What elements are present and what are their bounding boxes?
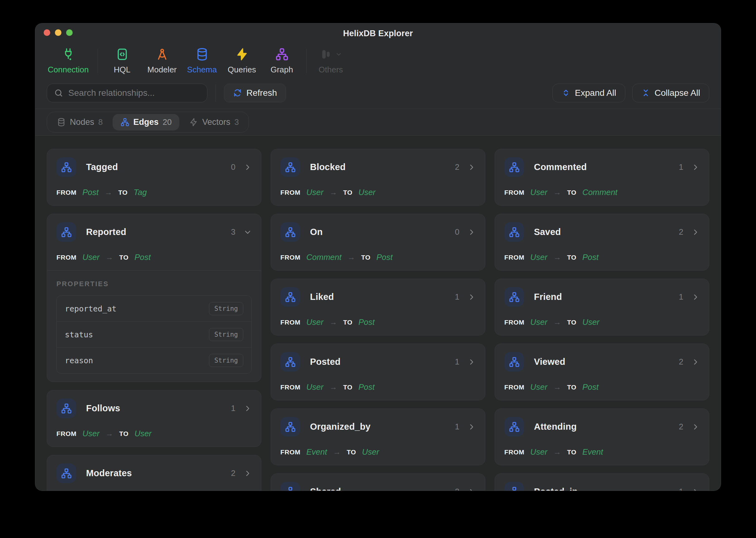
edge-card-header: Liked 1 bbox=[280, 287, 476, 307]
expand-all-button[interactable]: Expand All bbox=[552, 83, 625, 102]
arrow-icon: → bbox=[348, 253, 355, 262]
edge-card-header: Saved 2 bbox=[504, 222, 699, 242]
edge-from-to-row: FROM User → TO Post bbox=[504, 242, 699, 262]
edge-card[interactable]: Follows 1 FROM User → TO User bbox=[47, 390, 261, 447]
edge-count: 3 bbox=[231, 227, 235, 237]
chevron-right-icon bbox=[467, 163, 476, 171]
nav-item-others[interactable]: Others bbox=[311, 47, 351, 75]
edge-name: Posted bbox=[310, 357, 341, 367]
to-node-type: Post bbox=[582, 382, 598, 392]
edge-card[interactable]: On 0 FROM Comment → TO Post bbox=[271, 214, 485, 271]
edge-card[interactable]: Moderates 2 FROM User → TO Group bbox=[47, 455, 261, 491]
refresh-button[interactable]: Refresh bbox=[224, 83, 286, 102]
chevron-right-icon bbox=[244, 469, 252, 477]
edge-type-icon bbox=[280, 352, 300, 372]
to-label: TO bbox=[119, 430, 128, 438]
edge-name: Moderates bbox=[86, 468, 132, 478]
nav-item-queries[interactable]: Queries bbox=[222, 47, 262, 75]
nav-item-hql[interactable]: HQL bbox=[102, 47, 142, 75]
edge-card[interactable]: Friend 1 FROM User → TO User bbox=[495, 279, 709, 336]
to-node-type: Post bbox=[358, 317, 375, 327]
collapse-all-button[interactable]: Collapse All bbox=[632, 83, 709, 102]
edge-type-icon bbox=[57, 399, 76, 418]
edge-card-header: Attending 2 bbox=[504, 417, 699, 437]
property-name: status bbox=[65, 330, 93, 339]
from-label: FROM bbox=[57, 189, 76, 196]
network-icon bbox=[120, 118, 129, 127]
to-node-type: User bbox=[358, 188, 375, 197]
chevrons-up-down-icon bbox=[561, 88, 570, 97]
search-box[interactable] bbox=[47, 83, 208, 102]
edge-card-header: Shared 2 bbox=[280, 482, 476, 491]
edge-from-to-row: FROM User → TO Post bbox=[280, 307, 476, 327]
edge-name: Organized_by bbox=[310, 422, 370, 432]
edge-card-header: Friend 1 bbox=[504, 287, 699, 307]
zap-icon bbox=[235, 47, 249, 61]
edge-count: 2 bbox=[231, 468, 235, 478]
nav-item-modeler[interactable]: Modeler bbox=[142, 47, 182, 75]
edge-card[interactable]: Commented 1 FROM User → TO Comment bbox=[495, 149, 709, 206]
edge-count: 2 bbox=[679, 227, 683, 237]
tab-label: Vectors bbox=[202, 117, 230, 127]
from-node-type: User bbox=[530, 317, 547, 327]
arrow-icon: → bbox=[329, 188, 337, 197]
properties-section: PROPERTIES reported_at String status Str… bbox=[57, 262, 252, 374]
edge-name: Follows bbox=[86, 403, 120, 413]
edge-card[interactable]: Tagged 0 FROM Post → TO Tag bbox=[47, 149, 261, 206]
edge-card-header: Reported 3 bbox=[57, 222, 252, 242]
network-icon bbox=[275, 47, 289, 61]
from-node-type: User bbox=[82, 429, 100, 439]
from-node-type: User bbox=[306, 317, 323, 327]
edge-from-to-row: FROM User → TO User bbox=[280, 177, 476, 197]
edge-type-icon bbox=[280, 417, 300, 437]
edge-name: Attending bbox=[534, 422, 577, 432]
from-node-type: User bbox=[306, 382, 323, 392]
arrow-icon: → bbox=[553, 253, 561, 262]
edge-card-header: Tagged 0 bbox=[57, 157, 252, 177]
property-row: reported_at String bbox=[57, 296, 251, 321]
arrow-icon: → bbox=[105, 429, 113, 438]
nav-item-schema[interactable]: Schema bbox=[182, 47, 222, 75]
edge-card[interactable]: Viewed 2 FROM User → TO Post bbox=[495, 344, 709, 401]
edge-name: On bbox=[310, 227, 323, 237]
arrow-icon: → bbox=[105, 188, 112, 197]
from-label: FROM bbox=[57, 430, 76, 438]
from-node-type: User bbox=[530, 447, 547, 457]
nav-item-connection[interactable]: Connection bbox=[43, 47, 93, 75]
edge-from-to-row: FROM User → TO Post bbox=[504, 372, 699, 392]
arrow-icon: → bbox=[553, 383, 561, 392]
tab-nodes[interactable]: Nodes 8 bbox=[49, 114, 111, 131]
chevron-down-icon bbox=[335, 51, 343, 58]
chevron-right-icon bbox=[691, 423, 699, 431]
edge-card[interactable]: Posted_in 1 bbox=[495, 473, 709, 491]
arrow-icon: → bbox=[553, 188, 561, 197]
search-input[interactable] bbox=[68, 88, 200, 98]
edge-card[interactable]: Saved 2 FROM User → TO Post bbox=[495, 214, 709, 271]
edge-card[interactable]: Posted 1 FROM User → TO Post bbox=[271, 344, 485, 401]
edge-type-icon bbox=[504, 157, 524, 177]
edge-count: 2 bbox=[679, 357, 683, 367]
from-label: FROM bbox=[280, 189, 300, 196]
edge-card[interactable]: Attending 2 FROM User → TO Event bbox=[495, 408, 709, 465]
edge-card[interactable]: Liked 1 FROM User → TO Post bbox=[271, 279, 485, 336]
edge-card[interactable]: Blocked 2 FROM User → TO User bbox=[271, 149, 485, 206]
to-label: TO bbox=[119, 254, 128, 261]
arrow-icon: → bbox=[553, 318, 561, 327]
edge-name: Liked bbox=[310, 292, 334, 302]
tab-vectors[interactable]: Vectors 3 bbox=[181, 114, 247, 131]
from-label: FROM bbox=[280, 449, 300, 456]
edge-card[interactable]: Organized_by 1 FROM Event → TO User bbox=[271, 408, 485, 465]
to-node-type: User bbox=[582, 317, 599, 327]
nav-item-graph[interactable]: Graph bbox=[262, 47, 302, 75]
edge-from-to-row: FROM User → TO User bbox=[57, 418, 252, 439]
chevron-right-icon bbox=[467, 488, 476, 491]
edge-card[interactable]: Reported 3 FROM User → TO Post PROPERTIE… bbox=[47, 214, 261, 382]
edge-type-icon bbox=[280, 222, 300, 242]
collapse-all-label: Collapse All bbox=[655, 88, 700, 98]
to-label: TO bbox=[343, 189, 353, 196]
edge-card[interactable]: Shared 2 bbox=[271, 473, 485, 491]
from-node-type: Post bbox=[82, 188, 99, 197]
tab-edges[interactable]: Edges 20 bbox=[113, 114, 180, 131]
edge-count: 1 bbox=[679, 487, 683, 491]
from-node-type: User bbox=[530, 382, 547, 392]
